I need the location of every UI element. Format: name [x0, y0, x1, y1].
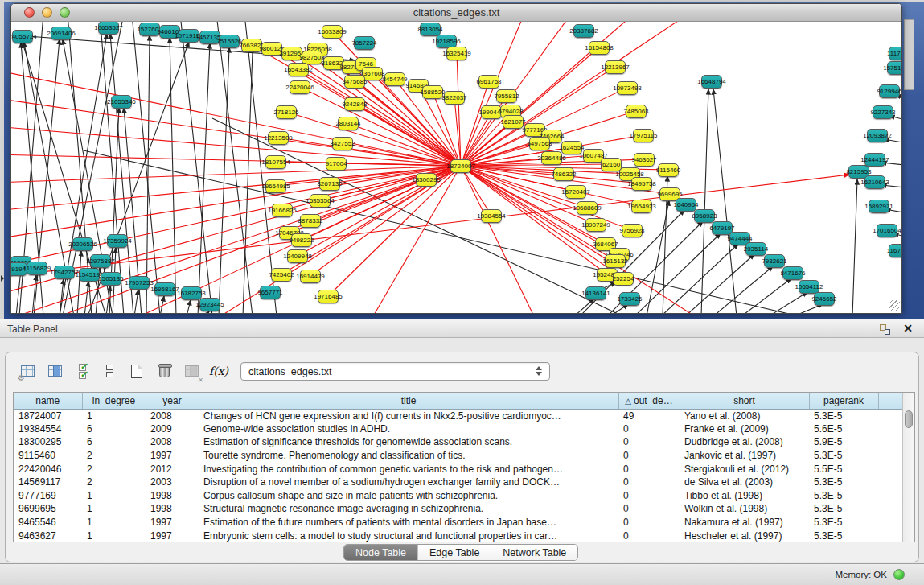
network-node[interactable]: 10653527 — [98, 22, 119, 35]
network-node[interactable]: 8427552 — [332, 137, 353, 150]
network-node[interactable]: 32975887 — [90, 254, 111, 268]
network-node[interactable]: 9466160 — [159, 25, 180, 39]
tab-network-table[interactable]: Network Table — [491, 545, 577, 560]
network-node[interactable]: 18300295 — [416, 173, 437, 187]
network-node[interactable]: 8878332 — [300, 214, 321, 228]
network-node[interactable]: 9242848 — [344, 97, 365, 111]
network-node[interactable]: 8958923 — [694, 209, 715, 223]
network-node[interactable]: 14671358 — [199, 31, 220, 44]
column-header-year[interactable]: year — [146, 393, 199, 409]
network-node[interactable]: 16210643 — [864, 175, 885, 189]
network-node[interactable]: 11156829 — [27, 262, 47, 275]
column-header-in_degree[interactable]: in_degree — [82, 393, 146, 409]
network-node[interactable]: 62160 — [601, 158, 622, 171]
network-canvas[interactable]: 2405572420691406106535271527602946616010… — [11, 22, 901, 313]
panel-collapse-arrow-icon[interactable] — [1, 275, 4, 282]
network-node[interactable]: 9657771 — [260, 286, 281, 299]
window-resize-grip[interactable] — [889, 300, 900, 311]
tab-edge-table[interactable]: Edge Table — [418, 545, 491, 560]
network-node[interactable]: 15892971 — [869, 200, 889, 213]
network-node[interactable]: 1733426 — [619, 292, 640, 306]
network-node[interactable]: 8267130 — [319, 177, 340, 191]
table-scrollbar[interactable] — [902, 393, 914, 542]
network-node[interactable]: 16325419 — [446, 47, 467, 60]
network-node[interactable]: 15353564 — [310, 194, 331, 208]
network-node[interactable]: 1621077 — [503, 115, 524, 129]
network-node[interactable]: 7485063 — [626, 105, 647, 118]
network-node[interactable]: 8822037 — [444, 91, 465, 105]
delete-table-button[interactable]: ✕ — [181, 360, 202, 381]
network-node[interactable]: 9129946 — [879, 84, 900, 98]
table-row[interactable]: 977716911998Corpus callosum shape and si… — [14, 489, 903, 503]
network-node[interactable]: 17957253 — [129, 276, 150, 290]
network-node[interactable]: 16154808 — [589, 41, 610, 55]
network-node[interactable]: 10688609 — [577, 201, 598, 215]
network-node[interactable]: 16914479 — [300, 270, 321, 283]
network-node[interactable]: 1527602 — [139, 23, 160, 36]
network-node[interactable]: 17942757 — [54, 266, 75, 279]
network-node[interactable]: 16648794 — [701, 75, 722, 89]
table-row[interactable]: 969969511998Structural magnetic resonanc… — [14, 502, 903, 516]
network-node[interactable]: 16782753 — [181, 286, 202, 300]
table-select-dropdown[interactable]: citations_edges.txt — [240, 362, 550, 381]
network-node[interactable]: 17359924 — [107, 234, 128, 248]
network-node[interactable]: 17975115 — [633, 129, 654, 142]
create-column-button[interactable] — [126, 360, 147, 381]
network-node[interactable]: 3475685 — [344, 75, 365, 89]
network-node[interactable]: 7425402 — [271, 268, 292, 282]
network-node[interactable]: 1990448 — [481, 105, 502, 119]
network-node[interactable]: 20206526 — [72, 237, 93, 251]
network-node[interactable]: 12093872 — [867, 129, 888, 142]
network-node[interactable]: 6497568 — [529, 137, 550, 150]
network-node[interactable]: 17016504 — [877, 224, 897, 237]
show-columns-button[interactable] — [44, 360, 65, 381]
network-node[interactable]: 11545194 — [79, 268, 100, 282]
network-node[interactable]: 2803144 — [338, 117, 359, 130]
network-node[interactable]: 39194 — [11, 262, 27, 276]
table-row[interactable]: 911546021997Tourette syndrome. Phenomeno… — [14, 449, 903, 463]
network-node[interactable]: 9245652 — [814, 292, 835, 306]
column-header-name[interactable]: name — [14, 393, 82, 409]
network-node[interactable]: 9860125 — [261, 42, 282, 56]
network-node[interactable]: 252254 — [613, 272, 634, 286]
column-header-out_de[interactable]: △out_de… — [618, 393, 680, 409]
table-mode-button[interactable]: ⚙ — [17, 360, 38, 381]
column-header-pagerank[interactable]: pagerank — [809, 393, 878, 409]
network-node[interactable]: 21055346 — [111, 95, 132, 109]
network-node[interactable]: 19654923 — [631, 200, 652, 213]
network-node[interactable]: 18907249 — [585, 218, 606, 232]
network-node[interactable]: 20691406 — [51, 27, 72, 40]
network-node[interactable]: 7515526 — [219, 35, 240, 48]
network-node[interactable]: 1505135 — [101, 272, 121, 286]
network-node[interactable]: 1624554 — [561, 141, 582, 154]
network-node[interactable]: 15751074 — [887, 61, 901, 75]
network-node[interactable]: 16033809 — [322, 25, 343, 39]
network-node[interactable]: 3912954 — [281, 47, 302, 60]
network-node[interactable]: 19384554 — [481, 209, 502, 223]
function-builder-button[interactable]: f(x) — [208, 360, 229, 381]
tab-node-table[interactable]: Node Table — [344, 545, 418, 560]
network-node[interactable]: 20387682 — [573, 24, 594, 38]
network-node[interactable]: 22420046 — [290, 80, 310, 94]
network-node[interactable]: 10719155 — [179, 29, 199, 43]
network-node[interactable]: 2935114 — [745, 242, 766, 256]
network-node[interactable]: 15720407 — [565, 185, 586, 199]
network-node[interactable]: 1588520 — [422, 85, 443, 99]
network-node[interactable]: 20364486 — [541, 151, 562, 165]
network-node[interactable]: 7857224 — [354, 36, 375, 50]
network-node[interactable]: 1167533 — [889, 244, 901, 257]
network-node[interactable]: 9115460 — [658, 163, 679, 177]
network-node[interactable]: 1640954 — [676, 198, 696, 212]
column-header-short[interactable]: short — [680, 393, 809, 409]
network-node[interactable]: 7955812 — [496, 89, 517, 103]
network-node[interactable]: 9463627 — [634, 153, 655, 167]
close-panel-icon[interactable]: ✕ — [903, 322, 913, 335]
row-height-button[interactable] — [99, 360, 120, 381]
network-node[interactable]: 19166825 — [272, 204, 293, 217]
network-node[interactable]: 8471676 — [782, 266, 803, 280]
table-row[interactable]: 2242004622012Investigating the contribut… — [14, 462, 903, 476]
table-row[interactable]: 1872400712008Changes of HCN gene express… — [14, 409, 903, 422]
scrollbar-thumb[interactable] — [905, 410, 913, 428]
network-node[interactable]: 6961758 — [478, 75, 499, 89]
table-row[interactable]: 946554611997Estimation of the future num… — [14, 516, 903, 529]
